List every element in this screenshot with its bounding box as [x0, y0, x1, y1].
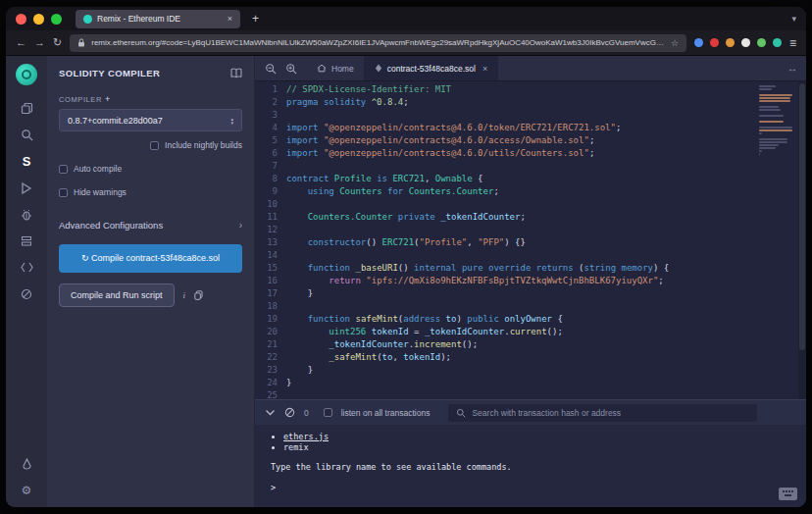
add-compiler-icon[interactable]: + [105, 94, 111, 104]
listen-transactions-checkbox[interactable] [324, 408, 332, 417]
url-bar[interactable]: remix.ethereum.org/#code=LyBqU1BEWC1MaWN… [70, 34, 686, 52]
nightly-builds-row: Include nightly builds [59, 140, 242, 150]
plugin-code-icon[interactable] [20, 260, 34, 275]
code-line[interactable]: } [286, 364, 755, 377]
remix-icon-panel: S ⚙ [6, 56, 47, 507]
close-tab-icon[interactable]: × [482, 64, 487, 74]
window-minimize-button[interactable] [33, 14, 44, 25]
minimap[interactable] [755, 81, 798, 399]
circle-slash-icon[interactable] [20, 286, 34, 301]
code-line[interactable]: } [286, 377, 755, 389]
code-line[interactable] [286, 389, 755, 399]
bookmark-star-icon[interactable]: ☆ [671, 38, 679, 48]
auto-compile-checkbox[interactable] [59, 165, 68, 174]
code-line[interactable] [286, 249, 755, 262]
forward-button[interactable]: → [34, 37, 45, 48]
terminal-library-item[interactable]: ethers.js [283, 432, 790, 442]
new-tab-button[interactable]: + [252, 12, 259, 26]
remix-logo[interactable] [16, 64, 37, 85]
code-editor[interactable]: 1234567891011121314151617181920212223242… [255, 81, 806, 399]
code-line[interactable] [286, 198, 755, 211]
code-line[interactable]: _tokenIdCounter.increment(); [286, 338, 755, 351]
code-line[interactable]: function safeMint(address to) public onl… [286, 313, 755, 326]
terminal-output[interactable]: ethers.jsremix Type the library name to … [255, 425, 806, 507]
solidity-compiler-panel: SOLIDITY COMPILER COMPILER+ 0.8.7+commit… [47, 56, 255, 507]
zoom-out-icon[interactable] [265, 63, 277, 75]
settings-gear-icon[interactable]: ⚙ [20, 483, 34, 497]
code-line[interactable]: // SPDX-License-Identifier: MIT [286, 83, 755, 96]
code-line[interactable]: Counters.Counter private _tokenIdCounter… [286, 211, 755, 224]
plugin-manager-icon[interactable] [20, 456, 34, 471]
unit-testing-icon[interactable] [20, 233, 34, 248]
extension-icon[interactable] [773, 38, 782, 47]
expand-terminal-icon[interactable] [265, 409, 276, 417]
transaction-search[interactable] [448, 404, 757, 422]
code-line[interactable] [286, 109, 755, 122]
window-maximize-button[interactable] [51, 14, 62, 25]
documentation-book-icon[interactable] [230, 68, 242, 78]
code-line[interactable]: import "@openzeppelin/contracts@4.6.0/to… [286, 122, 755, 134]
code-line[interactable] [286, 160, 755, 173]
list-tabs-icon[interactable]: ▾ [791, 14, 796, 24]
code-line[interactable]: return "ipfs://QmXi8o9hEKzNFBFsBpjtTVZtk… [286, 275, 755, 287]
compile-and-run-button[interactable]: Compile and Run script [59, 283, 175, 307]
window-close-button[interactable] [16, 14, 26, 25]
nightly-builds-label: Include nightly builds [165, 140, 242, 150]
terminal-prompt: > [271, 483, 790, 492]
code-lines[interactable]: // SPDX-License-Identifier: MITpragma so… [286, 81, 755, 399]
code-line[interactable]: using Counters for Counters.Counter; [286, 185, 755, 198]
extension-icons[interactable] [694, 38, 782, 47]
browser-tab[interactable]: Remix - Ethereum IDE × [76, 10, 240, 28]
code-line[interactable]: import "@openzeppelin/contracts@4.6.0/ut… [286, 147, 755, 160]
file-explorer-icon[interactable] [20, 101, 34, 116]
auto-compile-row: Auto compile [59, 164, 242, 174]
solidity-compiler-icon[interactable]: S [20, 154, 34, 169]
code-line[interactable] [286, 224, 755, 236]
code-line[interactable]: pragma solidity ^0.8.4; [286, 96, 755, 109]
debugger-icon[interactable] [20, 207, 34, 222]
compiler-version-select[interactable]: 0.8.7+commit.e28d00a7 ▴▾ [59, 109, 242, 131]
tab-close-icon[interactable]: × [228, 14, 232, 24]
hide-warnings-checkbox[interactable] [59, 188, 68, 197]
code-line[interactable]: contract Profile is ERC721, Ownable { [286, 173, 755, 185]
clear-console-icon[interactable] [284, 407, 295, 418]
back-button[interactable]: ← [16, 37, 26, 48]
compiler-label: COMPILER+ [59, 94, 242, 104]
code-line[interactable]: function _baseURI() internal pure overri… [286, 262, 755, 275]
remix-favicon [83, 15, 92, 24]
extension-icon[interactable] [726, 38, 735, 47]
copy-icon[interactable] [194, 290, 203, 300]
compile-contract-button[interactable]: ↻ Compile contract-53f48ca8ce.sol [59, 244, 242, 273]
extension-icon[interactable] [741, 38, 750, 47]
info-icon[interactable]: i [183, 290, 186, 300]
app-menu-icon[interactable]: ≡ [789, 36, 796, 50]
scrollbar-thumb[interactable] [799, 83, 805, 350]
code-line[interactable]: _safeMint(to, tokenId); [286, 351, 755, 364]
search-icon[interactable] [20, 128, 34, 142]
extension-icon[interactable] [757, 38, 766, 47]
hide-warnings-label: Hide warnings [74, 187, 127, 197]
transaction-search-input[interactable] [472, 408, 749, 418]
code-line[interactable] [286, 300, 755, 313]
tab-contract-file[interactable]: contract-53f48ca8ce.sol × [365, 56, 499, 80]
hide-warnings-row: Hide warnings [59, 187, 242, 197]
nightly-builds-checkbox[interactable] [150, 141, 159, 150]
advanced-configurations[interactable]: Advanced Configurations › [59, 220, 242, 231]
terminal-hint: Type the library name to see available c… [271, 462, 790, 472]
code-line[interactable]: constructor() ERC721("Profile", "PFP") {… [286, 236, 755, 249]
zoom-in-icon[interactable] [285, 63, 297, 75]
extension-icon[interactable] [710, 38, 719, 47]
toggle-layout-icon[interactable]: ↔ [779, 56, 806, 80]
refresh-icon: ↻ [81, 253, 91, 263]
keyboard-icon[interactable] [779, 488, 797, 500]
browser-tabstrip: Remix - Ethereum IDE × + ▾ [6, 7, 806, 30]
editor-scrollbar[interactable] [798, 81, 806, 399]
transaction-count: 0 [304, 408, 309, 418]
tab-home[interactable]: Home [307, 56, 365, 80]
deploy-run-icon[interactable] [20, 180, 34, 195]
code-line[interactable]: } [286, 287, 755, 300]
extension-icon[interactable] [694, 38, 703, 47]
code-line[interactable]: uint256 tokenId = _tokenIdCounter.curren… [286, 326, 755, 338]
reload-button[interactable]: ↻ [53, 37, 62, 48]
code-line[interactable]: import "@openzeppelin/contracts@4.6.0/ac… [286, 134, 755, 147]
